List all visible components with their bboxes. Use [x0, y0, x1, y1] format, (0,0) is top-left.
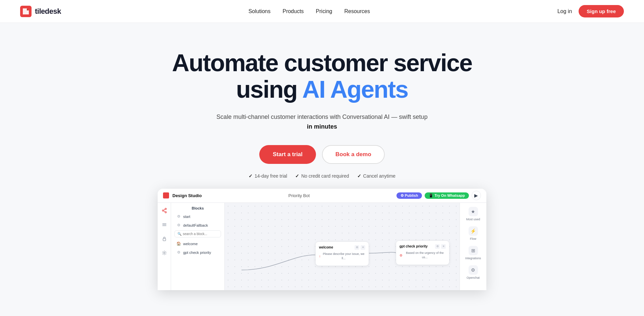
start-trial-button[interactable]: Start a trial: [259, 145, 316, 164]
gpt-node-title: gpt check priority: [399, 244, 428, 248]
welcome-node-actions: ⚙ ✕: [355, 245, 365, 250]
gpt-node-close-icon[interactable]: ✕: [441, 244, 446, 249]
right-panel-integrations[interactable]: ⊞ Integrations: [465, 246, 481, 260]
check-icon-1: ✓: [249, 173, 253, 179]
trust-item-cancel: ✓ Cancel anytime: [357, 173, 396, 179]
logo-text: tiledesk: [35, 7, 61, 16]
search-icon: 🔍: [177, 232, 181, 236]
gpt-block-icon: ⚙: [176, 250, 181, 255]
studio-app-name: Design Studio: [172, 193, 202, 198]
studio-bar-left: Design Studio: [163, 192, 202, 198]
studio-bar: Design Studio Priority Bot ⚙ Publish 📱 T…: [158, 189, 486, 203]
hero-title-line1: Automate customer service: [172, 49, 472, 76]
whatsapp-icon: 📱: [429, 193, 434, 197]
studio-right-panel: ★ Most used ⚡ Flow ⊞ Integrations ⚙ Open…: [460, 203, 486, 290]
welcome-node[interactable]: welcome ⚙ ✕ ↑ Please describe your issue…: [315, 241, 369, 266]
nav-products[interactable]: Products: [282, 8, 304, 14]
nav-resources[interactable]: Resources: [344, 8, 370, 14]
svg-rect-6: [162, 223, 166, 224]
publish-badge[interactable]: ⚙ Publish: [396, 192, 422, 199]
gpt-node[interactable]: gpt check priority ⚙ ✕ ⚙ Based on the ur…: [396, 240, 449, 265]
settings-icon-1[interactable]: [161, 221, 168, 228]
svg-line-5: [164, 211, 165, 212]
studio-sidebar-icons: [158, 203, 171, 290]
check-icon-3: ✓: [357, 173, 361, 179]
welcome-node-input: ↑ Please describe your issue, we ll...: [319, 252, 365, 261]
lock-icon[interactable]: [161, 235, 168, 242]
login-button[interactable]: Log in: [557, 8, 572, 14]
welcome-node-close-icon[interactable]: ✕: [361, 245, 365, 250]
openchat-icon: ⚙: [469, 265, 478, 275]
integrations-icon: ⊞: [469, 246, 478, 255]
blocks-panel-title: Blocks: [174, 206, 221, 210]
logo-icon: [20, 6, 32, 17]
trust-item-card: ✓ No credit card required: [295, 173, 349, 179]
welcome-block-label: welcome: [183, 242, 198, 246]
hero-buttons: Start a trial Book a demo: [7, 145, 637, 164]
navbar: tiledesk Solutions Products Pricing Reso…: [0, 0, 644, 23]
navbar-actions: Log in Sign up free: [557, 5, 624, 17]
gpt-input-icon: ⚙: [399, 253, 402, 258]
main-nav: Solutions Products Pricing Resources: [249, 8, 370, 14]
svg-rect-9: [163, 238, 166, 241]
studio-expand-button[interactable]: ▶: [472, 191, 481, 200]
svg-rect-8: [162, 225, 166, 226]
trust-label-trial: 14-day free trial: [255, 173, 287, 179]
right-panel-flow[interactable]: ⚡ Flow: [469, 226, 478, 240]
book-demo-button[interactable]: Book a demo: [322, 145, 385, 164]
svg-point-3: [165, 212, 166, 213]
hero-subtitle: Scale multi-channel customer interaction…: [215, 112, 429, 132]
hero-trust-indicators: ✓ 14-day free trial ✓ No credit card req…: [7, 173, 637, 179]
nav-solutions[interactable]: Solutions: [249, 8, 271, 14]
studio-screenshot: Design Studio Priority Bot ⚙ Publish 📱 T…: [158, 189, 486, 290]
gpt-node-header: gpt check priority ⚙ ✕: [399, 244, 446, 249]
gpt-node-input: ⚙ Based on the urgency of the us...: [399, 251, 446, 260]
start-block-icon: ⚙: [176, 214, 181, 219]
studio-bar-right: ⚙ Publish 📱 Try On Whatsapp ▶: [396, 191, 481, 200]
svg-point-2: [162, 210, 164, 211]
svg-line-4: [164, 209, 165, 210]
flow-canvas: welcome ⚙ ✕ ↑ Please describe your issue…: [225, 203, 460, 290]
whatsapp-badge[interactable]: 📱 Try On Whatsapp: [425, 192, 469, 199]
fallback-block-icon: ⚙: [176, 223, 181, 228]
hero-title-line2-plain: using: [236, 76, 302, 103]
trust-label-cancel: Cancel anytime: [363, 173, 396, 179]
check-icon-2: ✓: [295, 173, 299, 179]
studio-bot-name: Priority Bot: [288, 193, 310, 198]
publish-icon: ⚙: [400, 193, 405, 197]
welcome-node-title: welcome: [319, 245, 333, 249]
welcome-node-header: welcome ⚙ ✕: [319, 245, 365, 250]
gpt-node-settings-icon[interactable]: ⚙: [435, 244, 440, 249]
block-item-gpt[interactable]: ⚙ gpt check priority: [174, 249, 221, 256]
start-block-label: start: [183, 215, 190, 219]
gear-icon[interactable]: [161, 249, 168, 257]
trust-item-trial: ✓ 14-day free trial: [249, 173, 287, 179]
most-used-icon: ★: [469, 207, 478, 216]
studio-logo-icon: [163, 192, 169, 198]
block-item-start[interactable]: ⚙ start: [174, 213, 221, 220]
svg-point-1: [165, 208, 166, 210]
block-search-input[interactable]: [183, 232, 218, 236]
svg-rect-7: [162, 224, 166, 225]
hero-title-accent: AI Agents: [302, 76, 408, 103]
block-item-fallback[interactable]: ⚙ defaultFallback: [174, 222, 221, 229]
block-item-welcome[interactable]: 🏠 welcome: [174, 240, 221, 247]
block-search-box[interactable]: 🔍: [174, 230, 221, 237]
right-panel-most-used[interactable]: ★ Most used: [466, 207, 480, 221]
hero-section: Automate customer service using AI Agent…: [0, 23, 644, 307]
gpt-block-label: gpt check priority: [183, 251, 211, 255]
fallback-block-label: defaultFallback: [183, 223, 208, 227]
signup-button[interactable]: Sign up free: [579, 5, 624, 17]
flow-icon: ⚡: [469, 226, 478, 236]
right-panel-openchat[interactable]: ⚙ Openchat: [467, 265, 480, 279]
welcome-node-body: ↑ Please describe your issue, we ll...: [319, 252, 365, 261]
trust-label-card: No credit card required: [301, 173, 349, 179]
gpt-node-body: ⚙ Based on the urgency of the us...: [399, 251, 446, 260]
blocks-panel: Blocks ⚙ start ⚙ defaultFallback 🔍 🏠 wel…: [171, 203, 225, 290]
input-arrow-icon: ↑: [319, 254, 321, 259]
share-icon[interactable]: [161, 207, 168, 214]
logo-link[interactable]: tiledesk: [20, 6, 61, 17]
welcome-node-settings-icon[interactable]: ⚙: [355, 245, 359, 250]
nav-pricing[interactable]: Pricing: [316, 8, 332, 14]
svg-point-10: [164, 252, 165, 254]
